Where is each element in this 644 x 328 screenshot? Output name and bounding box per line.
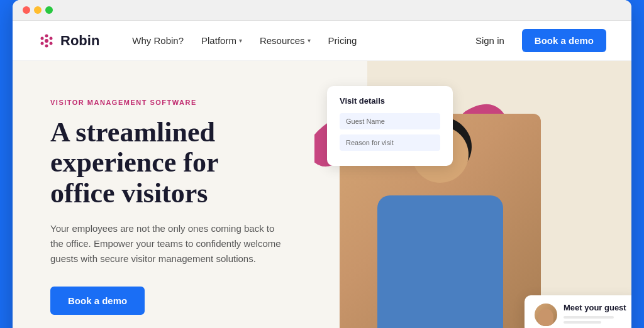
- svg-point-1: [41, 36, 44, 40]
- person-body: [377, 195, 503, 328]
- guest-info-lines: [564, 316, 626, 324]
- navbar: Robin Why Robin? Platform ▾ Resources ▾ …: [13, 21, 631, 61]
- logo[interactable]: Robin: [38, 32, 99, 50]
- maximize-dot[interactable]: [45, 6, 53, 14]
- minimize-dot[interactable]: [34, 6, 42, 14]
- nav-item-why-robin[interactable]: Why Robin?: [125, 30, 191, 51]
- hero-left: VISITOR MANAGEMENT SOFTWARE A streamline…: [13, 61, 314, 328]
- hero-subtext: Your employees are not the only ones com…: [50, 221, 289, 266]
- svg-point-4: [50, 41, 53, 45]
- visit-card-title: Visit details: [340, 96, 440, 106]
- close-dot[interactable]: [23, 6, 30, 14]
- nav-item-pricing[interactable]: Pricing: [321, 30, 365, 51]
- nav-links: Why Robin? Platform ▾ Resources ▾ Pricin…: [125, 30, 468, 51]
- svg-point-3: [50, 36, 53, 40]
- meet-your-guest-card: Meet your guest: [525, 295, 631, 328]
- svg-point-0: [45, 39, 48, 43]
- sign-in-button[interactable]: Sign in: [468, 30, 512, 51]
- hero-section: VISITOR MANAGEMENT SOFTWARE A streamline…: [13, 61, 631, 328]
- guest-line-1: [564, 316, 614, 319]
- robin-logo-icon: [38, 32, 55, 50]
- nav-item-resources[interactable]: Resources ▾: [252, 30, 318, 51]
- visit-details-card: Visit details Guest Name Reason for visi…: [327, 86, 453, 166]
- guest-name-field[interactable]: Guest Name: [340, 113, 440, 129]
- browser-chrome: [13, 0, 631, 21]
- guest-line-2: [564, 321, 601, 324]
- book-demo-nav-button[interactable]: Book a demo: [522, 29, 606, 52]
- hero-right: Visit details Guest Name Reason for visi…: [314, 61, 631, 328]
- hero-headline: A streamlined experience for office visi…: [50, 118, 289, 209]
- svg-point-2: [41, 41, 44, 45]
- nav-actions: Sign in Book a demo: [468, 29, 606, 52]
- meet-guest-content: Meet your guest: [564, 303, 626, 326]
- hero-cta-button[interactable]: Book a demo: [50, 287, 145, 315]
- browser-window: Robin Why Robin? Platform ▾ Resources ▾ …: [13, 0, 631, 328]
- resources-chevron-icon: ▾: [308, 37, 311, 44]
- nav-item-platform[interactable]: Platform ▾: [194, 30, 250, 51]
- avatar-inner: [538, 309, 553, 326]
- reason-for-visit-field[interactable]: Reason for visit: [340, 134, 440, 151]
- svg-point-6: [45, 44, 48, 47]
- svg-point-5: [45, 34, 48, 37]
- meet-guest-label: Meet your guest: [564, 303, 626, 312]
- guest-avatar: [535, 303, 557, 326]
- category-label: VISITOR MANAGEMENT SOFTWARE: [50, 99, 289, 106]
- logo-text: Robin: [60, 33, 99, 49]
- platform-chevron-icon: ▾: [239, 37, 242, 44]
